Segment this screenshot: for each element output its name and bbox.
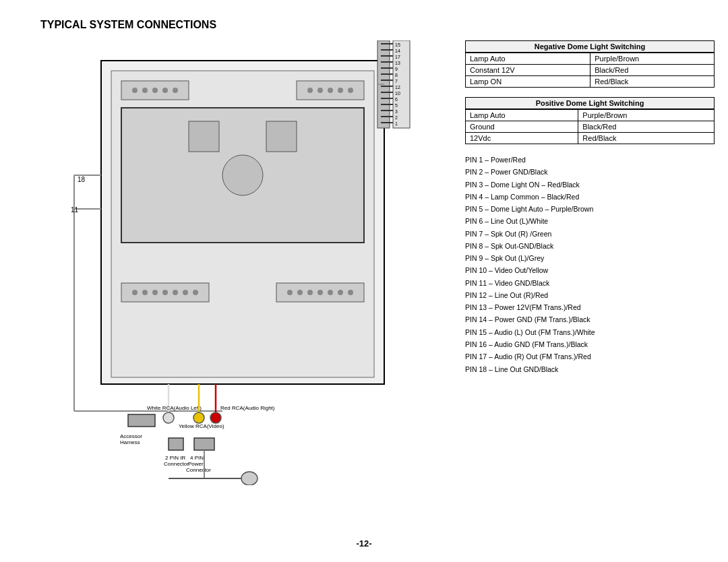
svg-point-19 (132, 290, 138, 295)
pos-dome-table: Lamp Auto Purple/Brown Ground Black/Red … (465, 109, 715, 144)
svg-text:13: 13 (395, 61, 400, 65)
svg-point-29 (307, 290, 313, 295)
svg-point-24 (183, 290, 188, 295)
svg-point-6 (162, 88, 168, 93)
svg-text:2: 2 (395, 115, 398, 120)
neg-dome-title: Negative Dome Light Switching (465, 40, 715, 53)
svg-text:1: 1 (395, 121, 398, 126)
svg-point-92 (241, 472, 257, 485)
svg-rect-16 (266, 121, 297, 152)
svg-point-72 (163, 412, 174, 423)
svg-text:Power: Power (188, 461, 204, 467)
pin-item: PIN 7 – Spk Out (R) /Green (465, 228, 715, 240)
svg-text:8: 8 (395, 73, 398, 77)
svg-rect-34 (377, 40, 390, 128)
table-row: Lamp Auto Purple/Brown (466, 53, 715, 65)
svg-text:3: 3 (395, 109, 398, 114)
svg-text:Connector: Connector (164, 461, 189, 467)
pin-item: PIN 15 – Audio (L) Out (FM Trans.)/White (465, 326, 715, 338)
neg-dome-row3-value: Red/Black (590, 76, 715, 88)
page-title: TYPICAL SYSTEM CONNECTIONS (40, 19, 216, 31)
svg-rect-15 (189, 121, 219, 152)
svg-point-23 (173, 290, 178, 295)
svg-text:9: 9 (395, 67, 398, 71)
table-row: Lamp Auto Purple/Brown (466, 110, 715, 121)
pos-dome-title: Positive Dome Light Switching (465, 97, 715, 109)
pos-dome-row2-label: Ground (466, 121, 578, 133)
pin-item: PIN 6 – Line Out (L)/White (465, 215, 715, 227)
svg-text:2 PIN IR: 2 PIN IR (165, 455, 185, 461)
svg-point-25 (193, 290, 198, 295)
svg-point-9 (307, 88, 313, 93)
wiring-diagram-svg: 15 14 17 13 9 8 7 12 10 6 5 3 2 1 18 11 … (34, 40, 452, 485)
pos-dome-row2-value: Black/Red (578, 121, 715, 133)
svg-text:6: 6 (395, 97, 398, 102)
svg-point-21 (152, 290, 158, 295)
table-row: Constant 12V Black/Red (466, 65, 715, 76)
svg-point-75 (193, 412, 204, 423)
pin-item: PIN 10 – Video Out/Yellow (465, 264, 715, 276)
svg-text:Connector: Connector (186, 467, 211, 473)
neg-dome-row2-value: Black/Red (590, 65, 715, 76)
svg-point-17 (222, 155, 263, 195)
svg-point-31 (328, 290, 333, 295)
neg-dome-row3-label: Lamp ON (466, 76, 590, 88)
right-panel: Negative Dome Light Switching Lamp Auto … (465, 40, 715, 375)
svg-text:17: 17 (395, 55, 400, 59)
pin-list: PIN 1 – Power/RedPIN 2 – Power GND/Black… (465, 154, 715, 375)
svg-point-28 (297, 290, 303, 295)
svg-point-78 (210, 412, 221, 423)
svg-text:15: 15 (395, 42, 400, 47)
svg-point-32 (338, 290, 343, 295)
pin-item: PIN 17 – Audio (R) Out (FM Trans.)/Red (465, 350, 715, 363)
svg-text:5: 5 (395, 103, 398, 108)
pos-dome-row1-label: Lamp Auto (466, 110, 578, 121)
svg-rect-14 (121, 108, 364, 243)
svg-text:12: 12 (395, 85, 400, 90)
svg-text:Harness: Harness (120, 439, 140, 445)
svg-text:4 PIN: 4 PIN (190, 455, 204, 461)
svg-point-12 (338, 88, 343, 93)
pin-item: PIN 13 – Power 12V(FM Trans.)/Red (465, 301, 715, 313)
svg-point-33 (348, 290, 353, 295)
pos-dome-row3-label: 12Vdc (466, 133, 578, 144)
svg-rect-83 (169, 438, 183, 450)
pin-item: PIN 1 – Power/Red (465, 154, 715, 166)
svg-text:14: 14 (395, 49, 400, 53)
svg-point-20 (142, 290, 148, 295)
svg-point-30 (317, 290, 323, 295)
svg-text:Yellow RCA(Video): Yellow RCA(Video) (179, 423, 224, 429)
pos-dome-row3-value: Red/Black (578, 133, 715, 144)
svg-rect-2 (121, 81, 189, 100)
pin-item: PIN 9 – Spk Out (L)/Grey (465, 252, 715, 264)
svg-text:Red RCA(Audio Right): Red RCA(Audio Right) (220, 405, 275, 411)
svg-rect-1 (111, 71, 374, 377)
table-row: 12Vdc Red/Black (466, 133, 715, 144)
svg-rect-49 (393, 40, 410, 128)
neg-dome-section: Negative Dome Light Switching Lamp Auto … (465, 40, 715, 88)
svg-text:Accessor: Accessor (120, 433, 142, 439)
neg-dome-row2-label: Constant 12V (466, 65, 590, 76)
svg-rect-86 (194, 438, 214, 450)
neg-dome-table: Lamp Auto Purple/Brown Constant 12V Blac… (465, 53, 715, 88)
diagram-area: 15 14 17 13 9 8 7 12 10 6 5 3 2 1 18 11 … (34, 40, 452, 485)
neg-dome-row1-label: Lamp Auto (466, 53, 590, 65)
svg-point-10 (317, 88, 323, 93)
svg-text:11: 11 (71, 206, 79, 214)
pin-item: PIN 4 – Lamp Common – Black/Red (465, 191, 715, 203)
pin-item: PIN 3 – Dome Light ON – Red/Black (465, 179, 715, 191)
pin-item: PIN 16 – Audio GND (FM Trans.)/Black (465, 338, 715, 350)
svg-point-22 (162, 290, 168, 295)
svg-point-4 (142, 88, 148, 93)
table-row: Ground Black/Red (466, 121, 715, 133)
svg-point-27 (287, 290, 293, 295)
pos-dome-section: Positive Dome Light Switching Lamp Auto … (465, 97, 715, 144)
svg-point-11 (328, 88, 333, 93)
svg-point-3 (132, 88, 138, 93)
svg-rect-8 (297, 81, 364, 100)
svg-text:White RCA(Audio Left): White RCA(Audio Left) (147, 405, 202, 411)
page-number: -12- (356, 538, 371, 549)
pin-item: PIN 2 – Power GND/Black (465, 166, 715, 178)
pin-item: PIN 11 – Video GND/Black (465, 277, 715, 289)
pin-item: PIN 8 – Spk Out-GND/Black (465, 240, 715, 252)
